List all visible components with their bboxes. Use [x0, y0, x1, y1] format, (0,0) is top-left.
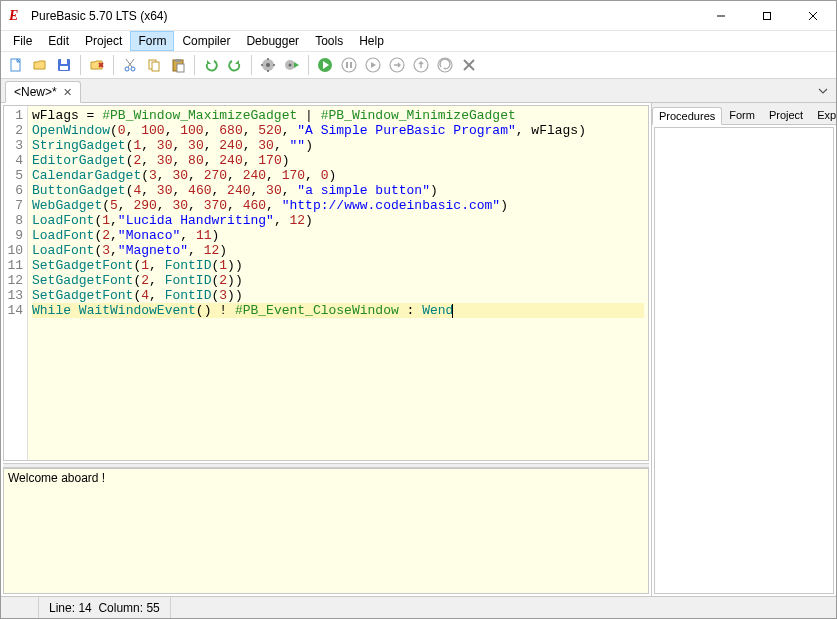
status-line-value: 14 — [78, 601, 91, 615]
pause-icon — [341, 57, 357, 73]
run-button[interactable] — [314, 54, 336, 76]
code-line[interactable]: SetGadgetFont(2, FontID(2)) — [32, 273, 644, 288]
code-line[interactable]: LoadFont(1,"Lucida Handwriting", 12) — [32, 213, 644, 228]
code-line[interactable]: StringGadget(1, 30, 30, 240, 30, "") — [32, 138, 644, 153]
step-over-button[interactable] — [362, 54, 384, 76]
app-icon: E — [9, 8, 25, 24]
pause-button[interactable] — [338, 54, 360, 76]
svg-rect-6 — [61, 59, 67, 64]
message-panel[interactable]: Welcome aboard ! — [3, 468, 649, 594]
code-area[interactable]: wFlags = #PB_Window_MaximizeGadget | #PB… — [28, 106, 648, 460]
svg-rect-15 — [152, 62, 159, 71]
file-tab[interactable]: <New>* ✕ — [5, 81, 81, 103]
gutter-line: 3 — [6, 138, 23, 153]
menu-form[interactable]: Form — [130, 31, 174, 51]
stop-button[interactable] — [458, 54, 480, 76]
menu-edit[interactable]: Edit — [40, 31, 77, 51]
step-out-button[interactable] — [410, 54, 432, 76]
gutter-line: 10 — [6, 243, 23, 258]
code-editor[interactable]: 1234567891011121314 wFlags = #PB_Window_… — [3, 105, 649, 461]
code-line[interactable]: LoadFont(2,"Monaco", 11) — [32, 228, 644, 243]
menubar: FileEditProjectFormCompilerDebuggerTools… — [1, 31, 836, 51]
svg-point-11 — [131, 67, 135, 71]
code-line[interactable]: OpenWindow(0, 100, 100, 680, 520, "A Sim… — [32, 123, 644, 138]
new-file-button[interactable] — [5, 54, 27, 76]
cut-button[interactable] — [119, 54, 141, 76]
svg-point-10 — [125, 67, 129, 71]
step-into-icon — [389, 57, 405, 73]
tab-dropdown-button[interactable] — [814, 82, 832, 100]
maximize-button[interactable] — [744, 1, 790, 31]
menu-debugger[interactable]: Debugger — [238, 31, 307, 51]
gutter-line: 13 — [6, 288, 23, 303]
code-line[interactable]: EditorGadget(2, 30, 80, 240, 170) — [32, 153, 644, 168]
side-panel-tabs: ProceduresFormProjectExplorer — [652, 103, 836, 125]
code-line[interactable]: wFlags = #PB_Window_MaximizeGadget | #PB… — [32, 108, 644, 123]
side-tab-procedures[interactable]: Procedures — [652, 107, 722, 125]
step-out-icon — [413, 57, 429, 73]
svg-rect-18 — [177, 64, 184, 72]
menu-help[interactable]: Help — [351, 31, 392, 51]
gutter-line: 7 — [6, 198, 23, 213]
code-line[interactable]: ButtonGadget(4, 30, 460, 240, 30, "a sim… — [32, 183, 644, 198]
close-icon — [808, 11, 818, 21]
open-file-button[interactable] — [29, 54, 51, 76]
side-panel-body[interactable] — [654, 127, 834, 594]
code-line[interactable]: LoadFont(3,"Magneto", 12) — [32, 243, 644, 258]
message-text: Welcome aboard ! — [8, 471, 105, 485]
side-tab-project[interactable]: Project — [762, 106, 810, 124]
undo-button[interactable] — [200, 54, 222, 76]
run-icon — [317, 57, 333, 73]
gutter-line: 1 — [6, 108, 23, 123]
titlebar: E PureBasic 5.70 LTS (x64) — [1, 1, 836, 31]
menu-project[interactable]: Project — [77, 31, 130, 51]
code-line[interactable]: While WaitWindowEvent() ! #PB_Event_Clos… — [32, 303, 644, 318]
paste-icon — [170, 57, 186, 73]
open-file-icon — [32, 57, 48, 73]
code-line[interactable]: WebGadget(5, 290, 30, 370, 460, "http://… — [32, 198, 644, 213]
compile-button[interactable] — [257, 54, 279, 76]
minimize-icon — [716, 11, 726, 21]
svg-point-26 — [289, 64, 292, 67]
svg-rect-1 — [764, 12, 771, 19]
save-file-icon — [56, 57, 72, 73]
status-col-value: 55 — [146, 601, 159, 615]
compile-run-button[interactable] — [281, 54, 303, 76]
minimize-button[interactable] — [698, 1, 744, 31]
close-button[interactable] — [790, 1, 836, 31]
menu-compiler[interactable]: Compiler — [174, 31, 238, 51]
paste-button[interactable] — [167, 54, 189, 76]
close-button[interactable] — [86, 54, 108, 76]
menu-file[interactable]: File — [5, 31, 40, 51]
status-cursor-position: Line: 14 Column: 55 — [39, 597, 171, 618]
gutter-line: 8 — [6, 213, 23, 228]
side-tab-form[interactable]: Form — [722, 106, 762, 124]
gutter-line: 14 — [6, 303, 23, 318]
close-icon — [89, 57, 105, 73]
step-into-button[interactable] — [386, 54, 408, 76]
redo-button[interactable] — [224, 54, 246, 76]
save-file-button[interactable] — [53, 54, 75, 76]
gutter-line: 4 — [6, 153, 23, 168]
file-tab-close-icon[interactable]: ✕ — [63, 86, 72, 99]
continue-button[interactable] — [434, 54, 456, 76]
status-col-label: Column: — [98, 601, 143, 615]
svg-rect-30 — [350, 62, 352, 68]
code-line[interactable]: CalendarGadget(3, 30, 270, 240, 170, 0) — [32, 168, 644, 183]
copy-button[interactable] — [143, 54, 165, 76]
gutter-line: 11 — [6, 258, 23, 273]
side-tab-explorer[interactable]: Explorer — [810, 106, 837, 124]
svg-rect-7 — [60, 66, 68, 70]
gutter-line: 5 — [6, 168, 23, 183]
toolbar-separator — [194, 55, 195, 75]
copy-icon — [146, 57, 162, 73]
continue-icon — [437, 57, 453, 73]
code-line[interactable]: SetGadgetFont(1, FontID(1)) — [32, 258, 644, 273]
new-file-icon — [8, 57, 24, 73]
toolbar — [1, 51, 836, 79]
menu-tools[interactable]: Tools — [307, 31, 351, 51]
svg-point-28 — [342, 58, 356, 72]
compile-run-icon — [284, 57, 300, 73]
code-line[interactable]: SetGadgetFont(4, FontID(3)) — [32, 288, 644, 303]
file-tabbar: <New>* ✕ — [1, 79, 836, 103]
